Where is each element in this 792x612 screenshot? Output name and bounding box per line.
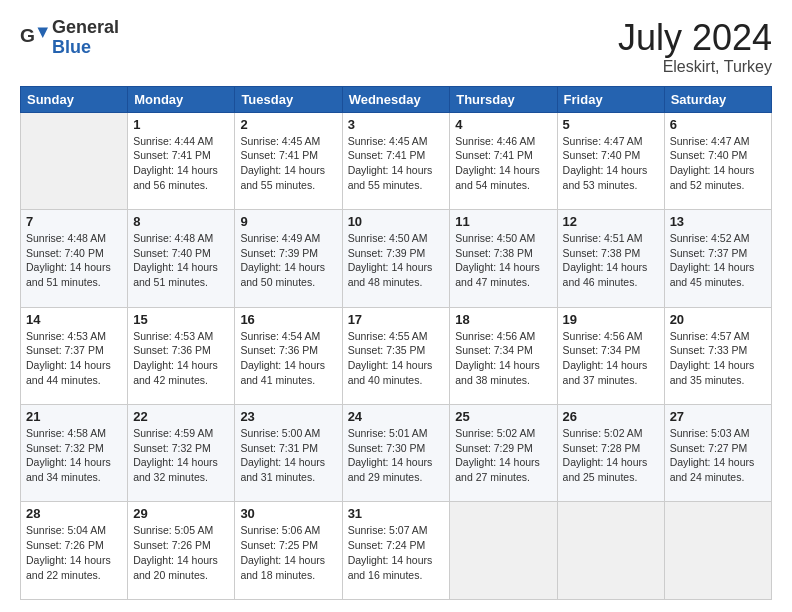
page: G General Blue July 2024 Eleskirt, Turke… xyxy=(0,0,792,612)
day-number: 18 xyxy=(455,312,551,327)
calendar-cell: 21Sunrise: 4:58 AMSunset: 7:32 PMDayligh… xyxy=(21,405,128,502)
day-number: 5 xyxy=(563,117,659,132)
day-info: Sunrise: 4:56 AMSunset: 7:34 PMDaylight:… xyxy=(563,329,659,388)
calendar-week-row: 28Sunrise: 5:04 AMSunset: 7:26 PMDayligh… xyxy=(21,502,772,600)
day-number: 1 xyxy=(133,117,229,132)
calendar-cell: 26Sunrise: 5:02 AMSunset: 7:28 PMDayligh… xyxy=(557,405,664,502)
calendar-cell: 19Sunrise: 4:56 AMSunset: 7:34 PMDayligh… xyxy=(557,307,664,404)
day-number: 26 xyxy=(563,409,659,424)
calendar-cell: 3Sunrise: 4:45 AMSunset: 7:41 PMDaylight… xyxy=(342,112,450,209)
calendar-week-row: 1Sunrise: 4:44 AMSunset: 7:41 PMDaylight… xyxy=(21,112,772,209)
calendar-cell: 7Sunrise: 4:48 AMSunset: 7:40 PMDaylight… xyxy=(21,210,128,307)
calendar-cell: 13Sunrise: 4:52 AMSunset: 7:37 PMDayligh… xyxy=(664,210,771,307)
col-saturday: Saturday xyxy=(664,86,771,112)
logo-text: General Blue xyxy=(52,18,119,58)
calendar-cell xyxy=(664,502,771,600)
day-number: 27 xyxy=(670,409,766,424)
calendar-cell: 20Sunrise: 4:57 AMSunset: 7:33 PMDayligh… xyxy=(664,307,771,404)
day-number: 29 xyxy=(133,506,229,521)
calendar-cell: 11Sunrise: 4:50 AMSunset: 7:38 PMDayligh… xyxy=(450,210,557,307)
title-block: July 2024 Eleskirt, Turkey xyxy=(618,18,772,76)
header: G General Blue July 2024 Eleskirt, Turke… xyxy=(20,18,772,76)
calendar-cell: 4Sunrise: 4:46 AMSunset: 7:41 PMDaylight… xyxy=(450,112,557,209)
day-number: 16 xyxy=(240,312,336,327)
svg-marker-1 xyxy=(38,27,49,38)
calendar-cell: 2Sunrise: 4:45 AMSunset: 7:41 PMDaylight… xyxy=(235,112,342,209)
calendar-cell: 27Sunrise: 5:03 AMSunset: 7:27 PMDayligh… xyxy=(664,405,771,502)
col-sunday: Sunday xyxy=(21,86,128,112)
col-tuesday: Tuesday xyxy=(235,86,342,112)
day-info: Sunrise: 5:04 AMSunset: 7:26 PMDaylight:… xyxy=(26,523,122,582)
day-info: Sunrise: 4:50 AMSunset: 7:38 PMDaylight:… xyxy=(455,231,551,290)
day-info: Sunrise: 4:47 AMSunset: 7:40 PMDaylight:… xyxy=(563,134,659,193)
day-number: 10 xyxy=(348,214,445,229)
calendar-cell: 16Sunrise: 4:54 AMSunset: 7:36 PMDayligh… xyxy=(235,307,342,404)
calendar-cell: 22Sunrise: 4:59 AMSunset: 7:32 PMDayligh… xyxy=(128,405,235,502)
day-info: Sunrise: 5:03 AMSunset: 7:27 PMDaylight:… xyxy=(670,426,766,485)
calendar-week-row: 7Sunrise: 4:48 AMSunset: 7:40 PMDaylight… xyxy=(21,210,772,307)
day-number: 9 xyxy=(240,214,336,229)
day-number: 22 xyxy=(133,409,229,424)
calendar-cell: 23Sunrise: 5:00 AMSunset: 7:31 PMDayligh… xyxy=(235,405,342,502)
col-thursday: Thursday xyxy=(450,86,557,112)
calendar-week-row: 21Sunrise: 4:58 AMSunset: 7:32 PMDayligh… xyxy=(21,405,772,502)
day-info: Sunrise: 4:44 AMSunset: 7:41 PMDaylight:… xyxy=(133,134,229,193)
calendar-cell: 25Sunrise: 5:02 AMSunset: 7:29 PMDayligh… xyxy=(450,405,557,502)
title-month: July 2024 xyxy=(618,18,772,58)
logo-blue-text: Blue xyxy=(52,38,119,58)
calendar-cell: 8Sunrise: 4:48 AMSunset: 7:40 PMDaylight… xyxy=(128,210,235,307)
calendar-cell: 30Sunrise: 5:06 AMSunset: 7:25 PMDayligh… xyxy=(235,502,342,600)
day-number: 7 xyxy=(26,214,122,229)
col-monday: Monday xyxy=(128,86,235,112)
calendar-cell: 14Sunrise: 4:53 AMSunset: 7:37 PMDayligh… xyxy=(21,307,128,404)
logo-general-text: General xyxy=(52,18,119,38)
day-number: 12 xyxy=(563,214,659,229)
calendar-cell: 15Sunrise: 4:53 AMSunset: 7:36 PMDayligh… xyxy=(128,307,235,404)
calendar-header-row: Sunday Monday Tuesday Wednesday Thursday… xyxy=(21,86,772,112)
col-wednesday: Wednesday xyxy=(342,86,450,112)
day-number: 15 xyxy=(133,312,229,327)
title-location: Eleskirt, Turkey xyxy=(618,58,772,76)
calendar-cell xyxy=(21,112,128,209)
day-info: Sunrise: 4:57 AMSunset: 7:33 PMDaylight:… xyxy=(670,329,766,388)
day-info: Sunrise: 5:06 AMSunset: 7:25 PMDaylight:… xyxy=(240,523,336,582)
day-info: Sunrise: 4:52 AMSunset: 7:37 PMDaylight:… xyxy=(670,231,766,290)
day-number: 21 xyxy=(26,409,122,424)
day-info: Sunrise: 5:02 AMSunset: 7:29 PMDaylight:… xyxy=(455,426,551,485)
day-number: 11 xyxy=(455,214,551,229)
calendar-cell: 6Sunrise: 4:47 AMSunset: 7:40 PMDaylight… xyxy=(664,112,771,209)
day-number: 20 xyxy=(670,312,766,327)
day-info: Sunrise: 4:51 AMSunset: 7:38 PMDaylight:… xyxy=(563,231,659,290)
day-info: Sunrise: 4:50 AMSunset: 7:39 PMDaylight:… xyxy=(348,231,445,290)
calendar-cell: 10Sunrise: 4:50 AMSunset: 7:39 PMDayligh… xyxy=(342,210,450,307)
day-info: Sunrise: 4:56 AMSunset: 7:34 PMDaylight:… xyxy=(455,329,551,388)
day-info: Sunrise: 5:00 AMSunset: 7:31 PMDaylight:… xyxy=(240,426,336,485)
day-info: Sunrise: 5:02 AMSunset: 7:28 PMDaylight:… xyxy=(563,426,659,485)
day-number: 28 xyxy=(26,506,122,521)
calendar-cell: 18Sunrise: 4:56 AMSunset: 7:34 PMDayligh… xyxy=(450,307,557,404)
day-info: Sunrise: 4:48 AMSunset: 7:40 PMDaylight:… xyxy=(133,231,229,290)
day-number: 30 xyxy=(240,506,336,521)
calendar-cell: 1Sunrise: 4:44 AMSunset: 7:41 PMDaylight… xyxy=(128,112,235,209)
day-info: Sunrise: 4:49 AMSunset: 7:39 PMDaylight:… xyxy=(240,231,336,290)
day-info: Sunrise: 4:47 AMSunset: 7:40 PMDaylight:… xyxy=(670,134,766,193)
calendar-cell xyxy=(557,502,664,600)
day-info: Sunrise: 4:58 AMSunset: 7:32 PMDaylight:… xyxy=(26,426,122,485)
svg-text:G: G xyxy=(20,24,35,45)
calendar-cell xyxy=(450,502,557,600)
day-number: 8 xyxy=(133,214,229,229)
day-info: Sunrise: 5:05 AMSunset: 7:26 PMDaylight:… xyxy=(133,523,229,582)
day-info: Sunrise: 4:45 AMSunset: 7:41 PMDaylight:… xyxy=(240,134,336,193)
calendar-cell: 31Sunrise: 5:07 AMSunset: 7:24 PMDayligh… xyxy=(342,502,450,600)
calendar-cell: 5Sunrise: 4:47 AMSunset: 7:40 PMDaylight… xyxy=(557,112,664,209)
day-number: 6 xyxy=(670,117,766,132)
day-info: Sunrise: 4:48 AMSunset: 7:40 PMDaylight:… xyxy=(26,231,122,290)
col-friday: Friday xyxy=(557,86,664,112)
day-info: Sunrise: 4:55 AMSunset: 7:35 PMDaylight:… xyxy=(348,329,445,388)
day-info: Sunrise: 4:54 AMSunset: 7:36 PMDaylight:… xyxy=(240,329,336,388)
day-number: 24 xyxy=(348,409,445,424)
day-number: 25 xyxy=(455,409,551,424)
day-info: Sunrise: 4:53 AMSunset: 7:36 PMDaylight:… xyxy=(133,329,229,388)
calendar-cell: 24Sunrise: 5:01 AMSunset: 7:30 PMDayligh… xyxy=(342,405,450,502)
calendar-table: Sunday Monday Tuesday Wednesday Thursday… xyxy=(20,86,772,600)
